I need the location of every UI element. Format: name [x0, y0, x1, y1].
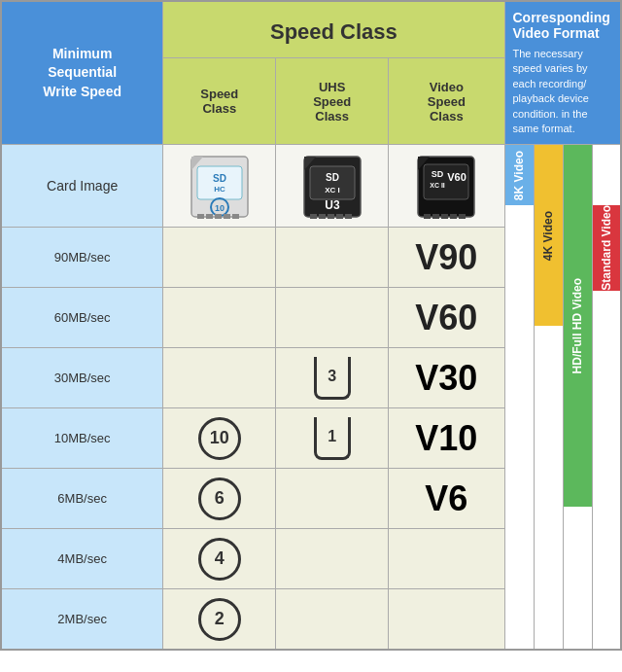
svg-rect-7	[197, 214, 204, 219]
svg-rect-33	[459, 214, 466, 219]
speed-class-header: Speed Class	[163, 1, 504, 58]
sc-10: 10	[163, 408, 276, 469]
svg-text:10: 10	[215, 203, 225, 213]
svg-rect-18	[310, 214, 317, 219]
uhs-90-empty	[276, 228, 389, 288]
video-format-desc: The necessary speed varies by each recor…	[513, 47, 613, 136]
svg-text:SD: SD	[432, 169, 444, 179]
svg-rect-11	[232, 214, 239, 219]
svg-rect-31	[441, 214, 448, 219]
svg-rect-10	[224, 214, 230, 219]
sub-header-video: VideoSpeedClass	[389, 58, 504, 145]
sub-header-uhs: UHSSpeedClass	[276, 58, 389, 145]
speed-6: 6MB/sec	[1, 469, 163, 529]
bar-8k-label: 8K Video	[512, 151, 526, 200]
svg-text:XC II: XC II	[431, 182, 446, 189]
card-image-sdxc-i: SD XC I U3	[276, 145, 389, 228]
sc-60-empty	[163, 288, 276, 348]
bar-8k-wrapper: 8K Video	[504, 145, 534, 650]
svg-rect-21	[336, 214, 343, 219]
svg-text:U3: U3	[325, 198, 340, 212]
speed-4: 4MB/sec	[1, 529, 163, 589]
svg-text:SD: SD	[213, 173, 226, 184]
vsc-90: V90	[389, 228, 504, 288]
svg-rect-30	[432, 214, 439, 219]
uhs-30: 3	[276, 348, 389, 408]
vsc-30: V30	[389, 348, 504, 408]
vsc-6: V6	[389, 469, 504, 529]
min-seq-write-label: MinimumSequentialWrite Speed	[1, 1, 163, 145]
uhs-2-empty	[276, 589, 389, 650]
bar-std-label: Standard Video	[600, 205, 613, 291]
svg-text:SD: SD	[326, 172, 339, 183]
sub-header-speed-class: SpeedClass	[163, 58, 276, 145]
sc-4: 4	[163, 529, 276, 589]
card-image-sdxc-ii: SD XC II V60	[389, 145, 504, 228]
vsc-10: V10	[389, 408, 504, 469]
card-image-sdhc: SD HC 10	[163, 145, 276, 228]
svg-text:HC: HC	[214, 185, 225, 194]
sc-6: 6	[163, 469, 276, 529]
sc-90-empty	[163, 228, 276, 288]
speed-2: 2MB/sec	[1, 589, 163, 650]
vsc-2-empty	[389, 589, 504, 650]
svg-rect-9	[215, 214, 222, 219]
uhs-6-empty	[276, 469, 389, 529]
uhs-60-empty	[276, 288, 389, 348]
video-format-title: Corresponding Video Format	[513, 10, 613, 41]
svg-text:V60: V60	[448, 171, 467, 183]
bar-4k-wrapper: 4K Video	[534, 145, 563, 650]
speed-90: 90MB/sec	[1, 228, 163, 288]
bar-4k-label: 4K Video	[541, 211, 555, 261]
bar-hd-wrapper: HD/Full HD Video	[563, 145, 592, 650]
svg-rect-20	[328, 214, 334, 219]
vsc-60: V60	[389, 288, 504, 348]
uhs-4-empty	[276, 529, 389, 589]
svg-text:XC I: XC I	[325, 186, 340, 195]
bar-std-wrapper: Standard Video	[592, 145, 621, 650]
video-format-info: Corresponding Video Format The necessary…	[504, 1, 621, 145]
svg-rect-19	[319, 214, 326, 219]
vsc-4-empty	[389, 529, 504, 589]
svg-rect-8	[206, 214, 213, 219]
sc-2: 2	[163, 589, 276, 650]
speed-10: 10MB/sec	[1, 408, 163, 469]
uhs-10: 1	[276, 408, 389, 469]
svg-rect-29	[424, 214, 431, 219]
svg-rect-32	[450, 214, 457, 219]
bar-hd-label: HD/Full HD Video	[570, 278, 584, 373]
svg-rect-22	[345, 214, 352, 219]
speed-60: 60MB/sec	[1, 288, 163, 348]
sc-30-empty	[163, 348, 276, 408]
card-image-label: Card Image	[1, 145, 163, 228]
speed-30: 30MB/sec	[1, 348, 163, 408]
